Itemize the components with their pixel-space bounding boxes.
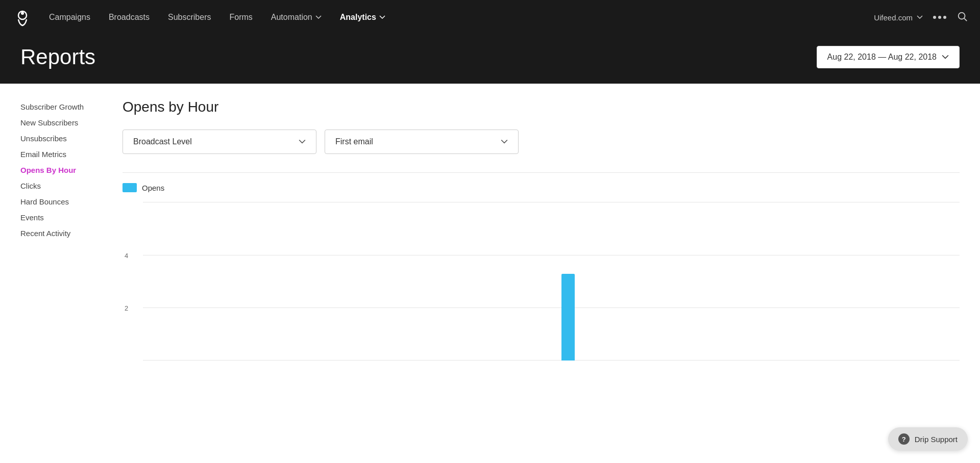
broadcast-level-dropdown[interactable]: Broadcast Level [122, 130, 316, 154]
sidebar-item-opens-by-hour[interactable]: Opens By Hour [20, 162, 112, 178]
bar-group [483, 202, 518, 361]
nav-broadcasts[interactable]: Broadcasts [109, 13, 150, 22]
first-email-dropdown[interactable]: First email [325, 130, 519, 154]
sidebar-item-recent-activity[interactable]: Recent Activity [20, 225, 112, 241]
date-range-picker[interactable]: Aug 22, 2018 — Aug 22, 2018 [817, 46, 960, 68]
bar-group [551, 202, 585, 361]
bar-group [347, 202, 381, 361]
chart-legend: Opens [122, 183, 960, 192]
nav-campaigns[interactable]: Campaigns [49, 13, 90, 22]
support-icon: ? [898, 433, 910, 445]
chart-bar [561, 274, 575, 361]
page-header: Reports Aug 22, 2018 — Aug 22, 2018 [0, 35, 980, 84]
bar-group [415, 202, 449, 361]
bar-group [892, 202, 926, 361]
bar-group [143, 202, 177, 361]
bar-group [755, 202, 790, 361]
svg-point-2 [959, 13, 965, 19]
sidebar-item-hard-bounces[interactable]: Hard Bounces [20, 194, 112, 210]
bar-group [381, 202, 415, 361]
bar-group [449, 202, 483, 361]
y-label-2: 2 [125, 304, 128, 312]
nav-analytics[interactable]: Analytics [340, 13, 385, 22]
top-navigation: Campaigns Broadcasts Subscribers Forms A… [0, 0, 980, 35]
bar-group [925, 202, 960, 361]
main-content: Subscriber Growth New Subscribers Unsubs… [0, 84, 980, 456]
content-area: Opens by Hour Broadcast Level First emai… [112, 84, 980, 456]
nav-subscribers[interactable]: Subscribers [168, 13, 211, 22]
bar-group [313, 202, 347, 361]
bar-group [177, 202, 211, 361]
more-options[interactable] [933, 16, 946, 19]
sidebar-item-subscriber-growth[interactable]: Subscriber Growth [20, 99, 112, 115]
bar-group [585, 202, 620, 361]
bar-group [721, 202, 755, 361]
app-logo[interactable] [12, 7, 33, 28]
nav-automation[interactable]: Automation [271, 13, 322, 22]
chart-container: Opens 4 2 [122, 172, 960, 376]
bar-group [619, 202, 653, 361]
support-button[interactable]: ? Drip Support [888, 427, 968, 451]
sidebar: Subscriber Growth New Subscribers Unsubs… [0, 84, 112, 456]
sidebar-item-unsubscribes[interactable]: Unsubscribes [20, 131, 112, 146]
bar-group [517, 202, 551, 361]
sidebar-item-new-subscribers[interactable]: New Subscribers [20, 115, 112, 131]
sidebar-item-clicks[interactable]: Clicks [20, 178, 112, 194]
bar-group [211, 202, 245, 361]
bar-group [653, 202, 688, 361]
search-button[interactable] [957, 11, 968, 24]
page-title: Reports [20, 45, 95, 69]
bar-group [245, 202, 279, 361]
legend-label-opens: Opens [142, 184, 164, 192]
y-label-4: 4 [125, 251, 128, 259]
bar-group [279, 202, 313, 361]
bar-group [823, 202, 857, 361]
svg-point-1 [21, 12, 24, 15]
chart-area: 4 2 [122, 202, 960, 376]
svg-line-3 [964, 18, 967, 21]
bars-container [143, 202, 960, 361]
sidebar-item-email-metrics[interactable]: Email Metrics [20, 146, 112, 162]
nav-forms[interactable]: Forms [229, 13, 252, 22]
bar-group [790, 202, 824, 361]
nav-right: Uifeed.com [874, 11, 968, 24]
bar-group [688, 202, 722, 361]
filter-row: Broadcast Level First email [122, 130, 960, 154]
section-title: Opens by Hour [122, 99, 960, 115]
bar-group [857, 202, 892, 361]
nav-links: Campaigns Broadcasts Subscribers Forms A… [49, 13, 874, 22]
sidebar-item-events[interactable]: Events [20, 210, 112, 225]
legend-color-opens [122, 183, 137, 192]
account-selector[interactable]: Uifeed.com [874, 13, 923, 22]
